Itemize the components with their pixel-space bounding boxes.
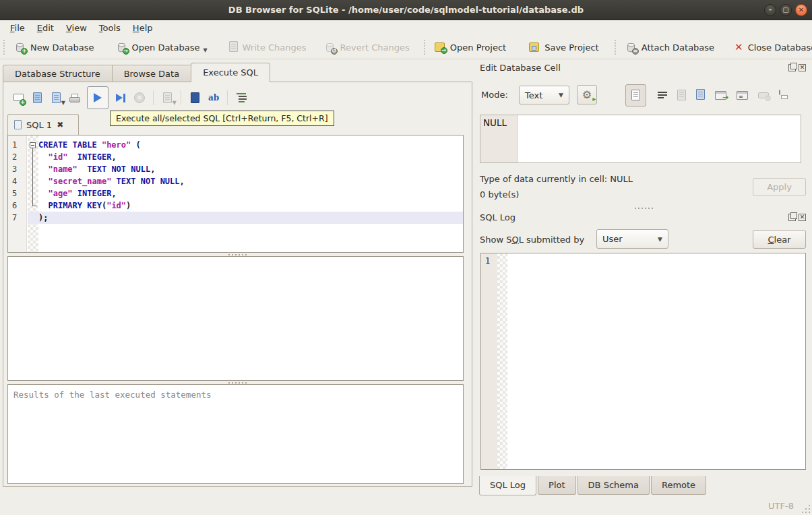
toolbar-drag-handle[interactable]: [3, 40, 5, 55]
sql-log-dock-controls: ✕: [788, 214, 806, 221]
cell-editor[interactable]: NULL: [480, 115, 801, 163]
export-cell-button[interactable]: →: [715, 91, 726, 100]
results-message-pane[interactable]: Results of the last executed statements: [7, 384, 464, 484]
open-database-button[interactable]: → Open Database ▼: [110, 39, 214, 56]
sql-editor[interactable]: 1234567 CREATE TABLE "hero" ( "id" INTEG…: [7, 135, 464, 253]
toolbar-drag-handle[interactable]: [615, 40, 616, 55]
menu-tools[interactable]: Tools: [93, 22, 127, 34]
dock-splitter[interactable]: [476, 206, 812, 210]
results-placeholder: Results of the last executed statements: [8, 385, 463, 404]
editor-line-numbers: 1234567: [8, 135, 27, 252]
revert-changes-icon: ↺: [324, 42, 336, 53]
menu-edit[interactable]: Edit: [31, 22, 60, 34]
write-changes-icon: [229, 41, 238, 54]
menu-bar: File Edit View Tools Help: [0, 20, 812, 36]
log-line-numbers: 1: [481, 253, 497, 469]
tab-execute-sql[interactable]: Execute SQL: [191, 63, 270, 82]
open-sql-file-button[interactable]: [28, 88, 46, 107]
edit-cell-title: Edit Database Cell: [480, 63, 561, 73]
format-sql-button[interactable]: [232, 88, 251, 107]
gear-icon: ⚙▸: [582, 88, 592, 101]
edit-cell-dock-controls: ✕: [788, 64, 806, 71]
window-controls: – ▢ ✕: [764, 4, 807, 16]
menu-file[interactable]: File: [4, 22, 31, 34]
save-cell-button[interactable]: [696, 89, 705, 102]
new-database-button[interactable]: + New Database: [8, 39, 100, 56]
open-project-button[interactable]: → Open Project: [429, 40, 512, 55]
save-results-button[interactable]: ▼: [158, 88, 177, 107]
write-changes-button[interactable]: Write Changes: [223, 38, 313, 57]
log-filter-label: Show SQL submitted by: [480, 235, 584, 245]
auto-completion-icon: ab: [208, 93, 219, 102]
close-dock-icon[interactable]: ✕: [799, 64, 806, 71]
menu-help[interactable]: Help: [127, 22, 159, 34]
cell-size-info: 0 byte(s): [480, 189, 519, 200]
menu-view[interactable]: View: [60, 22, 93, 34]
sql-log-title: SQL Log: [480, 212, 516, 222]
close-database-icon: ✕: [735, 42, 743, 53]
log-filter-combobox[interactable]: User ▼: [596, 229, 668, 249]
sql-editor-tab[interactable]: SQL 1 ✖: [7, 114, 79, 135]
cell-editor-gutter: NULL: [480, 115, 518, 162]
new-sql-tab-button[interactable]: +: [9, 88, 28, 107]
new-database-icon: +: [14, 42, 26, 53]
close-icon[interactable]: ✕: [795, 4, 807, 16]
tab-database-structure[interactable]: Database Structure: [3, 65, 112, 82]
mode-label: Mode:: [481, 90, 508, 100]
clear-cell-button[interactable]: [758, 92, 769, 98]
mode-combobox[interactable]: Text ▼: [519, 86, 569, 104]
resize-grip[interactable]: [801, 504, 810, 513]
fold-collapse-icon[interactable]: [30, 142, 36, 148]
apply-button[interactable]: Apply: [753, 178, 806, 196]
close-database-button[interactable]: ✕ Close Database: [728, 40, 812, 55]
window-title: DB Browser for SQLite - /home/user/code/…: [228, 5, 584, 15]
tab-plot[interactable]: Plot: [538, 476, 576, 495]
sql-toolbar-separator: [153, 90, 154, 105]
tab-browse-data[interactable]: Browse Data: [112, 65, 191, 82]
bottom-dock-tabs: SQL Log Plot DB Schema Remote: [479, 476, 708, 495]
sql-toolbar-separator: [181, 90, 181, 105]
execute-sql-panel: + ▼ ✕ ▼ ab Execute all/selected SQL [Ctr…: [3, 82, 472, 487]
clear-log-button[interactable]: Clear: [753, 230, 806, 249]
editor-fold-margin[interactable]: [28, 135, 38, 252]
link-cell-button[interactable]: ∞: [737, 91, 748, 100]
open-database-dropdown-icon[interactable]: ▼: [203, 47, 207, 53]
save-project-icon: [529, 42, 540, 53]
float-dock-icon[interactable]: [788, 214, 796, 221]
import-cell-button[interactable]: [677, 86, 686, 104]
text-mode-button[interactable]: [625, 84, 646, 107]
editor-code: CREATE TABLE "hero" ( "id" INTEGER, "nam…: [38, 139, 463, 224]
sql-file-icon: [14, 120, 22, 129]
float-dock-icon[interactable]: [788, 64, 796, 71]
auto-apply-button[interactable]: ⚙▸: [577, 85, 597, 104]
cell-type-info: Type of data currently in cell: NULL: [480, 174, 633, 184]
maximize-icon[interactable]: ▢: [780, 4, 792, 16]
format-sql-icon: [237, 93, 247, 102]
stop-button[interactable]: ✕: [130, 88, 149, 107]
toolbar-drag-handle[interactable]: [424, 40, 425, 55]
tab-remote[interactable]: Remote: [651, 476, 706, 495]
results-grid-pane[interactable]: [7, 256, 464, 381]
sql-toolbar: + ▼ ✕ ▼ ab: [9, 86, 251, 110]
sql-tab-label: SQL 1: [26, 120, 52, 130]
save-project-button[interactable]: Save Project: [523, 40, 605, 55]
tab-sql-log[interactable]: SQL Log: [479, 476, 536, 495]
title-bar: DB Browser for SQLite - /home/user/code/…: [0, 0, 812, 20]
edit-cell-toolbar: → ∞: [625, 84, 779, 107]
execute-all-button[interactable]: [87, 86, 108, 109]
save-sql-file-button[interactable]: ▼: [46, 88, 65, 107]
close-sql-tab-icon[interactable]: ✖: [57, 120, 63, 129]
sql-log-view[interactable]: 1: [480, 253, 806, 470]
close-dock-icon[interactable]: ✕: [799, 214, 806, 221]
minimize-icon[interactable]: –: [764, 4, 776, 16]
print-sql-button[interactable]: [65, 88, 84, 107]
word-wrap-button[interactable]: [658, 92, 667, 98]
attach-database-button[interactable]: ∞ Attach Database: [619, 39, 720, 56]
execute-line-button[interactable]: [111, 88, 130, 107]
main-tab-bar: Database Structure Browse Data Execute S…: [3, 63, 270, 82]
auto-completion-button[interactable]: ab: [204, 88, 223, 107]
tab-db-schema[interactable]: DB Schema: [577, 476, 650, 495]
find-replace-button[interactable]: [185, 88, 204, 107]
revert-changes-button[interactable]: ↺ Revert Changes: [318, 39, 416, 56]
cell-value: NULL: [483, 117, 507, 128]
